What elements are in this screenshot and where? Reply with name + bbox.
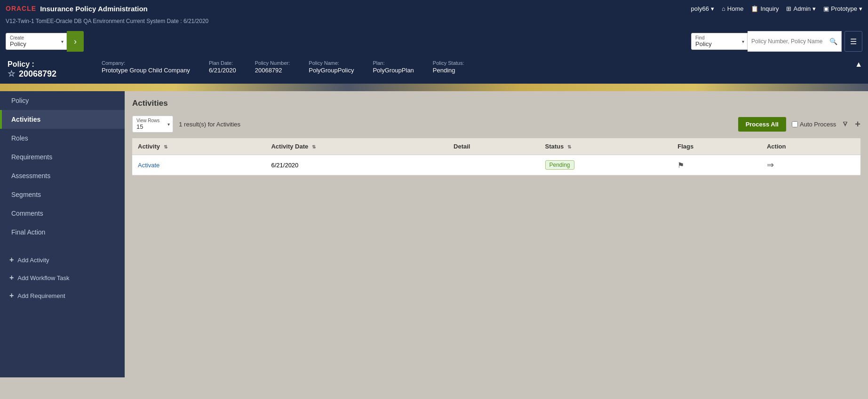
sidebar-item-comments[interactable]: Comments <box>0 204 125 223</box>
results-count: 1 result(s) for Activities <box>179 121 240 128</box>
content-area: Activities View Rows 15 ▾ 1 result(s) fo… <box>125 91 868 377</box>
flag-icon[interactable]: ⚑ <box>677 161 684 169</box>
col-status: Status ⇅ <box>540 138 672 155</box>
nav-left: ORACLE Insurance Policy Administration <box>6 5 148 13</box>
table-header: Activity ⇅ Activity Date ⇅ Detail Status… <box>132 138 860 155</box>
policy-id-section: Policy : ☆ 20068792 <box>8 60 83 79</box>
auto-process-label[interactable]: Auto Process <box>792 121 836 128</box>
create-chevron-icon: ▾ <box>61 39 64 44</box>
create-select[interactable]: Create Policy ▾ <box>6 33 67 50</box>
col-flags: Flags <box>672 138 761 155</box>
find-select[interactable]: Find Policy ▾ <box>691 33 748 50</box>
policy-label: Policy : <box>8 60 83 69</box>
admin-label: Admin <box>793 5 811 12</box>
plan-label: Plan: <box>373 60 414 66</box>
activity-sort-icon[interactable]: ⇅ <box>164 144 167 149</box>
plan-date-field: Plan Date: 6/21/2020 <box>209 60 236 74</box>
user-name: poly66 <box>691 5 709 12</box>
company-value: Prototype Group Child Company <box>102 67 190 74</box>
activities-table: Activity ⇅ Activity Date ⇅ Detail Status… <box>132 138 860 175</box>
sidebar-item-final-action[interactable]: Final Action <box>0 223 125 242</box>
auto-process-text: Auto Process <box>800 121 836 128</box>
status-sort-icon[interactable]: ⇅ <box>567 144 571 149</box>
create-go-button[interactable]: › <box>67 31 84 52</box>
add-requirement-label: Add Requirement <box>17 292 65 299</box>
report-icon: ☰ <box>850 37 857 46</box>
sidebar-item-policy[interactable]: Policy <box>0 91 125 110</box>
sidebar: Policy Activities Roles Requirements Ass… <box>0 91 125 377</box>
sidebar-item-activities[interactable]: Activities <box>0 110 125 129</box>
add-activity-action[interactable]: + Add Activity <box>0 251 125 269</box>
col-detail-label: Detail <box>454 143 470 150</box>
col-flags-label: Flags <box>677 143 693 150</box>
nav-links: ⌂ Home 📋 Inquiry ⊞ Admin ▾ ▣ Prototype ▾ <box>722 5 862 12</box>
policy-status-value: Pending <box>433 67 464 74</box>
home-icon: ⌂ <box>722 5 725 12</box>
add-workflow-task-action[interactable]: + Add Workflow Task <box>0 269 125 287</box>
top-navigation: ORACLE Insurance Policy Administration p… <box>0 0 868 17</box>
activate-link[interactable]: Activate <box>138 162 159 169</box>
prototype-icon: ▣ <box>823 5 829 12</box>
inquiry-icon: 📋 <box>751 5 758 12</box>
inquiry-label: Inquiry <box>760 5 779 12</box>
add-activity-label: Add Activity <box>17 257 49 264</box>
collapse-button[interactable]: ▲ <box>855 60 862 69</box>
process-all-button[interactable]: Process All <box>738 117 786 132</box>
subtitle-bar: V12-Twin-1 TomEE-Oracle DB QA Environmen… <box>0 17 868 27</box>
policy-status-label: Policy Status: <box>433 60 464 66</box>
sidebar-item-segments[interactable]: Segments <box>0 185 125 204</box>
nav-user[interactable]: poly66 ▾ <box>691 5 714 12</box>
cell-activity: Activate <box>132 155 265 175</box>
admin-chevron-icon: ▾ <box>812 5 816 12</box>
sidebar-segments-label: Segments <box>11 191 41 198</box>
cell-detail <box>448 155 539 175</box>
view-rows-chevron-icon: ▾ <box>167 122 170 127</box>
sidebar-item-roles[interactable]: Roles <box>0 129 125 148</box>
auto-process-checkbox[interactable] <box>792 121 798 127</box>
sidebar-policy-label: Policy <box>11 97 29 104</box>
sidebar-item-requirements[interactable]: Requirements <box>0 148 125 166</box>
find-label: Find <box>695 35 743 40</box>
table-header-row: Activity ⇅ Activity Date ⇅ Detail Status… <box>132 138 860 155</box>
view-rows-select[interactable]: View Rows 15 ▾ <box>132 116 173 133</box>
go-arrow-icon: › <box>74 37 77 47</box>
app-title: Insurance Policy Administration <box>40 5 148 13</box>
col-activity-date: Activity Date ⇅ <box>265 138 448 155</box>
inquiry-link[interactable]: 📋 Inquiry <box>751 5 779 12</box>
prototype-link[interactable]: ▣ Prototype ▾ <box>823 5 862 12</box>
add-row-icon[interactable]: + <box>855 119 860 130</box>
search-icon: 🔍 <box>829 38 837 45</box>
find-input[interactable] <box>751 38 829 45</box>
plan-date-value: 6/21/2020 <box>209 67 236 74</box>
find-report-button[interactable]: ☰ <box>844 31 862 52</box>
find-input-wrap: 🔍 <box>748 31 842 52</box>
star-icon[interactable]: ☆ <box>8 69 15 79</box>
find-value: Policy <box>695 40 743 47</box>
policy-number-field-value: 20068792 <box>255 67 290 74</box>
activity-date-sort-icon[interactable]: ⇅ <box>312 144 316 149</box>
main-layout: Policy Activities Roles Requirements Ass… <box>0 91 868 377</box>
decorative-band <box>0 84 868 91</box>
admin-link[interactable]: ⊞ Admin ▾ <box>786 5 816 12</box>
sidebar-final-action-label: Final Action <box>11 228 45 236</box>
policy-fields: Company: Prototype Group Child Company P… <box>102 60 860 74</box>
add-requirement-action[interactable]: + Add Requirement <box>0 287 125 305</box>
sidebar-actions: + Add Activity + Add Workflow Task + Add… <box>0 251 125 305</box>
user-chevron-icon: ▾ <box>711 5 714 12</box>
cell-activity-date: 6/21/2020 <box>265 155 448 175</box>
action-arrow-icon[interactable]: ⇒ <box>767 160 774 170</box>
table-row: Activate 6/21/2020 Pending ⚑ ⇒ <box>132 155 860 175</box>
sidebar-item-assessments[interactable]: Assessments <box>0 166 125 185</box>
col-activity-label: Activity <box>138 143 160 150</box>
activities-title: Activities <box>132 99 860 108</box>
policy-name-field: Policy Name: PolyGroupPolicy <box>309 60 354 74</box>
subtitle-text: V12-Twin-1 TomEE-Oracle DB QA Environmen… <box>6 18 208 24</box>
policy-name-label: Policy Name: <box>309 60 354 66</box>
cell-status: Pending <box>540 155 672 175</box>
view-rows-value: 15 <box>136 123 159 130</box>
home-link[interactable]: ⌂ Home <box>722 5 744 12</box>
oracle-logo: ORACLE <box>6 5 36 12</box>
filter-icon[interactable]: ⛛ <box>842 120 849 128</box>
cell-flags: ⚑ <box>672 155 761 175</box>
find-search-button[interactable]: 🔍 <box>829 38 837 45</box>
